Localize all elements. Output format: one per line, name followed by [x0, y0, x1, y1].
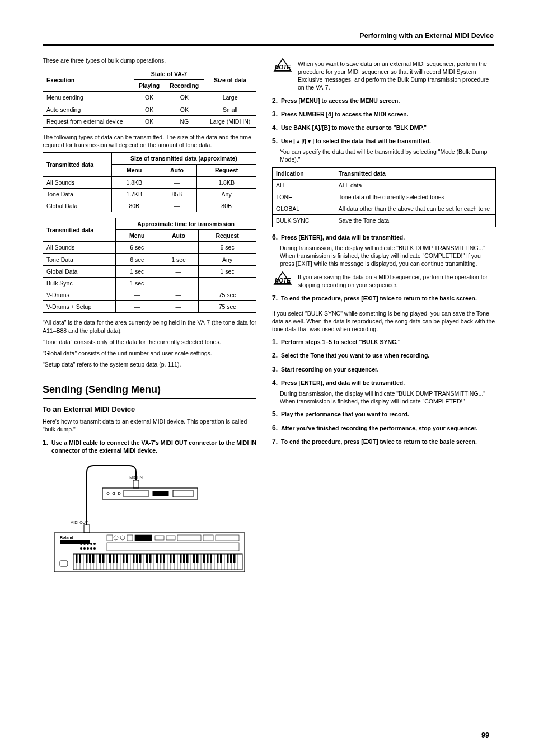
- cell: ALL: [273, 179, 335, 191]
- cell: —: [158, 289, 199, 301]
- paragraph: Here's how to transmit data to an extern…: [43, 417, 256, 433]
- page: Performing with an External MIDI Device …: [0, 0, 534, 756]
- svg-rect-117: [217, 554, 219, 563]
- svg-rect-18: [127, 535, 133, 541]
- cell: OK: [134, 92, 165, 104]
- svg-rect-95: [113, 554, 115, 563]
- th-state: State of VA-7: [134, 68, 204, 80]
- cell: 1 sec: [116, 277, 158, 289]
- svg-rect-107: [170, 554, 172, 563]
- cell: OK: [134, 115, 165, 127]
- cell: TONE: [273, 191, 335, 203]
- right-column: NOTE When you want to save data on an ex…: [272, 54, 496, 578]
- svg-rect-93: [102, 554, 105, 563]
- svg-rect-6: [124, 490, 148, 497]
- step-number: 4.: [272, 123, 278, 132]
- svg-rect-88: [79, 554, 81, 563]
- cell: ALL data: [335, 179, 495, 191]
- svg-point-33: [87, 547, 89, 550]
- cell: Menu sending: [43, 92, 134, 104]
- svg-rect-24: [216, 535, 239, 541]
- step-3: 3. Press NUMBER [4] to access the MIDI s…: [272, 110, 496, 119]
- svg-text:MIDI IN: MIDI IN: [129, 476, 143, 480]
- svg-text:NOTE: NOTE: [275, 278, 291, 284]
- svg-point-32: [83, 547, 86, 550]
- page-header-title: Performing with an External MIDI Device: [43, 31, 494, 41]
- step-bulk-4: 4. Press [ENTER], and data will be trans…: [272, 378, 496, 387]
- step-bulk-5: 5. Play the performance that you want to…: [272, 410, 496, 419]
- two-column-layout: These are three types of bulk dump opera…: [43, 54, 494, 578]
- step-text: Press [ENTER], and data will be transmit…: [281, 233, 496, 241]
- paragraph: During transmission, the display will in…: [280, 244, 496, 268]
- step-text: Start recording on your sequencer.: [281, 365, 496, 373]
- subheading-external: To an External MIDI Device: [43, 405, 256, 415]
- svg-rect-90: [89, 554, 91, 563]
- th: Request: [197, 165, 256, 176]
- cell: 1 sec: [199, 265, 256, 277]
- svg-rect-92: [99, 554, 101, 563]
- connection-diagram: MIDI IN MIDI OUT Roland: [49, 459, 250, 578]
- step-number: 6.: [272, 233, 278, 242]
- cell: 80B: [197, 200, 256, 212]
- step-text: Select the Tone that you want to use whe…: [281, 351, 496, 359]
- step-bulk-6: 6. After you've finished recording the p…: [272, 424, 496, 433]
- cell: Any: [197, 188, 256, 200]
- table-row: Global Data 1 sec — 1 sec: [43, 265, 256, 277]
- cell: Large (MIDI IN): [204, 115, 256, 127]
- step-1: 1. Use a MIDI cable to connect the VA-7'…: [43, 438, 256, 454]
- th: Menu: [116, 230, 158, 242]
- triangle-down-icon: ▼: [307, 138, 312, 144]
- th-recording: Recording: [165, 80, 204, 92]
- cell: —: [158, 301, 199, 313]
- cell: —: [157, 200, 197, 212]
- step-text: To end the procedure, press [EXIT] twice…: [281, 438, 496, 445]
- step-number: 3.: [272, 110, 278, 119]
- table-bulk-modes: Indication Transmitted data ALL ALL data…: [272, 167, 496, 227]
- table-data-size: Transmitted data Size of transmitted dat…: [43, 152, 256, 212]
- cell: 6 sec: [116, 253, 158, 265]
- svg-point-31: [80, 547, 82, 550]
- svg-text:Roland: Roland: [60, 536, 73, 539]
- th-playing: Playing: [134, 80, 165, 92]
- th: Transmitted data: [43, 153, 112, 176]
- cell: All data other than the above that can b…: [335, 203, 495, 215]
- svg-point-3: [107, 492, 109, 495]
- svg-point-16: [114, 536, 118, 540]
- th: Transmitted data: [43, 218, 116, 242]
- table-row: TONE Tone data of the currently selected…: [273, 191, 496, 203]
- cell: Small: [204, 104, 256, 115]
- paragraph: You can specify the data that will be tr…: [280, 148, 496, 163]
- svg-rect-98: [126, 554, 128, 563]
- step-text: Use [▲]/[▼] to select the data that will…: [281, 137, 496, 145]
- cell: —: [157, 176, 197, 188]
- svg-rect-96: [116, 554, 118, 563]
- svg-rect-1: [133, 480, 139, 488]
- svg-rect-23: [203, 535, 213, 541]
- step-number: 6.: [272, 424, 278, 433]
- svg-point-35: [93, 547, 96, 550]
- paragraph: "All data" is the data for the area curr…: [43, 318, 256, 334]
- note-text: When you want to save data on an externa…: [298, 58, 496, 92]
- note-icon: NOTE: [272, 271, 293, 287]
- table-row: V-Drums — — 75 sec: [43, 289, 256, 301]
- cell: —: [199, 277, 256, 289]
- step-2: 2. Press [MENU] to access the MENU scree…: [272, 96, 496, 105]
- cell: V-Drums + Setup: [43, 301, 116, 313]
- paragraph: During transmission, the display will in…: [280, 389, 496, 405]
- table-time: Transmitted data Approximate time for tr…: [43, 218, 256, 313]
- cell: Global Data: [43, 265, 116, 277]
- cell: Tone data of the currently selected tone…: [335, 191, 495, 203]
- table-row: All Sounds 6 sec — 6 sec: [43, 242, 256, 253]
- table-row: GLOBAL All data other than the above tha…: [273, 203, 496, 215]
- cell: Bulk Sync: [43, 277, 116, 289]
- svg-rect-101: [139, 554, 142, 563]
- th: Auto: [157, 165, 197, 176]
- step-number: 1.: [43, 438, 48, 447]
- svg-point-27: [83, 543, 86, 545]
- svg-rect-109: [180, 554, 182, 563]
- svg-rect-113: [196, 554, 199, 563]
- table-row: Global Data 80B — 80B: [43, 200, 256, 212]
- table-row: All Sounds 1.8KB — 1.8KB: [43, 176, 256, 188]
- paragraph: "Global data" consists of the unit numbe…: [43, 349, 256, 357]
- paragraph: The following types of data can be trans…: [43, 133, 256, 149]
